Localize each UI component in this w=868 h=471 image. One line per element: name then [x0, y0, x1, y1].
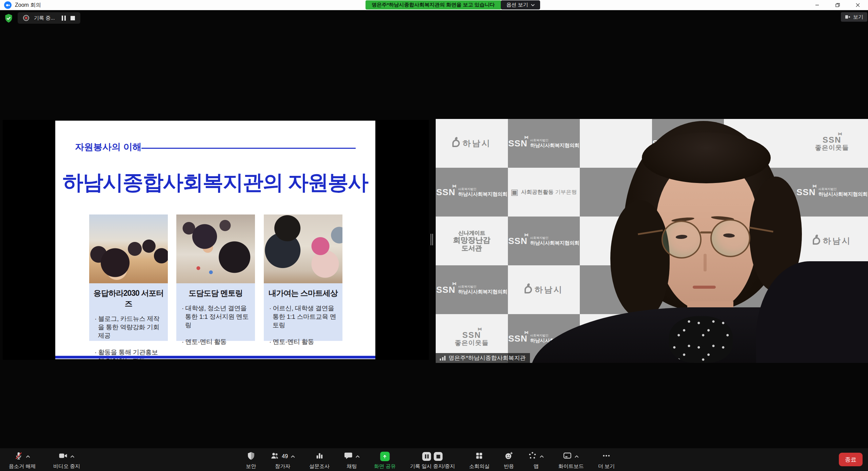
wall-cell: SSN⋈사회복지법인하남시사회복지협의회 [508, 119, 580, 168]
close-button[interactable] [848, 0, 868, 10]
security-shield-icon[interactable] [4, 14, 13, 25]
slide-card: 내가여는 스마트세상· 어르신, 대학생 결연을 통한 1:1 스마트교육 멘토… [264, 214, 342, 341]
chat-caret-icon[interactable] [355, 453, 360, 459]
security-icon [246, 451, 255, 462]
toolbar-item-breakout[interactable]: 소회의실 [469, 451, 490, 470]
end-meeting-button[interactable]: 종료 [839, 453, 863, 466]
breakout-label: 소회의실 [469, 463, 490, 470]
whiteboard-label: 화이트보드 [558, 463, 584, 470]
toolbar-item-whiteboard[interactable]: 화이트보드 [558, 451, 584, 470]
recording-indicator: 기록 중... [18, 12, 80, 24]
restore-button[interactable] [827, 0, 848, 10]
card-photo [264, 214, 342, 283]
recording-dot-icon [23, 15, 29, 21]
card-bullet: · 블로그, 카드뉴스 제작을 통한 역량강화 기회 제공 [93, 314, 164, 340]
person-nose [704, 254, 707, 271]
toolbar-item-record[interactable]: 기록 일시 중지/중지 [410, 451, 455, 470]
participant-name: 명은주*하남시종합사회복지관 [449, 354, 526, 362]
mute-icon [14, 451, 23, 462]
wall-cell: 하남시 [796, 217, 868, 265]
glasses-lens-right [710, 219, 750, 257]
screenshare-banner-text: 명은주*하남시종합사회복지관의 화면을 보고 있습니다 [366, 0, 501, 9]
participants-caret-icon[interactable] [291, 453, 295, 459]
reactions-iconrow [505, 451, 513, 462]
backdrop-logo-ssn: SSN⋈사회복지법인하남시사회복지협의회 [508, 139, 579, 148]
view-options-button[interactable]: 옵션 보기 [501, 0, 540, 9]
toolbar-item-share[interactable]: 화면 공유 [374, 451, 396, 470]
participants-icon [270, 451, 279, 462]
wall-cell: SSN⋈사회복지법인하남시사회복지협의회 [508, 217, 580, 265]
backdrop-logo-ssn: SSN⋈사회복지법인하남시사회복지협의회 [508, 236, 579, 246]
more-iconrow [602, 451, 611, 462]
participants-label: 참가자 [275, 463, 290, 470]
toolbar-item-reactions[interactable]: 반응 [504, 451, 514, 470]
zoom-app-icon [4, 1, 12, 9]
whiteboard-icon [563, 451, 572, 462]
apps-caret-icon[interactable] [540, 453, 544, 459]
video-caret-icon[interactable] [70, 453, 75, 459]
toolbar-item-more[interactable]: 더 보기 [598, 451, 615, 470]
video-label: 비디오 중지 [53, 463, 80, 470]
presentation-slide: 자원봉사의 이해 하남시종합사회복지관의 자원봉사 응답하라2030 서포터즈·… [55, 121, 375, 359]
recording-pause-button[interactable] [62, 16, 66, 21]
apps-icon [528, 451, 537, 462]
shared-screen-pane: 자원봉사의 이해 하남시종합사회복지관의 자원봉사 응답하라2030 서포터즈·… [3, 120, 429, 360]
screenshare-banner: 명은주*하남시종합사회복지관의 화면을 보고 있습니다 옵션 보기 [366, 0, 540, 9]
record-label: 기록 일시 중지/중지 [410, 463, 455, 470]
backdrop-logo-neighbors: SSN⋈좋은이웃들 [815, 136, 849, 151]
toolbar-item-apps[interactable]: 앱 [528, 451, 544, 470]
slide-card: 응답하라2030 서포터즈· 블로그, 카드뉴스 제작을 통한 역량강화 기회 … [89, 214, 168, 341]
polls-icon [315, 451, 324, 462]
wall-cell: SSN⋈사회복지법인하남시사회복지협의회 [436, 265, 508, 314]
whiteboard-caret-icon[interactable] [575, 453, 579, 459]
recording-stop-button[interactable] [71, 16, 75, 20]
toolbar-center-group: 보안49참가자설문조사채팅화면 공유기록 일시 중지/중지소회의실반응앱화이트보… [246, 451, 615, 470]
end-button-label: 종료 [845, 456, 856, 464]
slide-section-label: 자원봉사의 이해 [75, 141, 142, 153]
security-iconrow [246, 451, 255, 462]
participants-iconrow: 49 [270, 451, 295, 462]
toolbar-item-mute[interactable]: 음소거 해제 [9, 451, 36, 470]
backdrop-logo-hanam: 하남시 [525, 284, 563, 295]
participant-name-label: 명은주*하남시종합사회복지관 [436, 353, 530, 363]
view-layout-button[interactable]: 보기 [841, 12, 867, 22]
card-bullet: · 멘토-멘티 활동 [180, 337, 251, 346]
glasses-lens-left [662, 221, 702, 259]
mute-caret-icon[interactable] [26, 453, 30, 459]
backdrop-logo-ssn: SSN⋈사회복지법인하남시사회복지협의회 [436, 187, 507, 197]
minimize-button[interactable] [807, 0, 827, 10]
share-screen-icon [380, 452, 390, 461]
wall-cell: SSN⋈사회복지법인하남시사회복지협의회 [796, 168, 868, 217]
card-bullet: · 멘토-멘티 활동 [268, 337, 338, 346]
slide-card: 도담도담 멘토링· 대학생, 청소년 결연을 통한 1:1 정서지원 멘토링· … [176, 214, 255, 341]
person-scarf [669, 316, 733, 363]
wall-cell: 하남시 [436, 119, 508, 168]
meeting-toolbar: 음소거 해제비디오 중지 보안49참가자설문조사채팅화면 공유기록 일시 중지/… [0, 448, 868, 471]
close-icon [855, 3, 860, 7]
toolbar-item-video[interactable]: 비디오 중지 [53, 451, 80, 470]
share-label: 화면 공유 [374, 463, 396, 470]
pane-splitter-handle[interactable] [430, 234, 433, 245]
reactions-icon [505, 451, 513, 462]
gallery-view-icon [845, 15, 850, 19]
card-text-panel: 내가여는 스마트세상· 어르신, 대학생 결연을 통한 1:1 스마트교육 멘토… [264, 283, 342, 341]
video-iconrow [59, 451, 75, 462]
toolbar-item-security[interactable]: 보안 [246, 451, 256, 470]
slide-title: 하남시종합사회복지관의 자원봉사 [55, 169, 375, 197]
backdrop-logo-toy: 신나게이트희망장난감도서관 [453, 230, 490, 252]
backdrop-logo-bank: ▣사회공헌활동 기부은행 [511, 188, 577, 196]
card-photo [89, 214, 168, 283]
toolbar-item-participants[interactable]: 49참가자 [270, 451, 295, 470]
card-bullet: · 대학생, 청소년 결연을 통한 1:1 정서지원 멘토링 [180, 304, 251, 329]
minimize-icon [815, 3, 820, 7]
polls-label: 설문조사 [309, 463, 330, 470]
speaker-video-tile: 하남시SSN⋈사회복지법인하남시사회복지협의회SSN⋈사회복지법인하남시사회복지… [436, 119, 868, 363]
card-title: 도담도담 멘토링 [180, 288, 251, 299]
polls-iconrow [315, 451, 324, 462]
more-icon [602, 451, 611, 462]
chat-iconrow [344, 451, 360, 462]
toolbar-left-group: 음소거 해제비디오 중지 [9, 451, 80, 470]
backdrop-logo-hanam: 하남시 [452, 138, 491, 149]
toolbar-item-chat[interactable]: 채팅 [344, 451, 360, 470]
toolbar-item-polls[interactable]: 설문조사 [309, 451, 330, 470]
